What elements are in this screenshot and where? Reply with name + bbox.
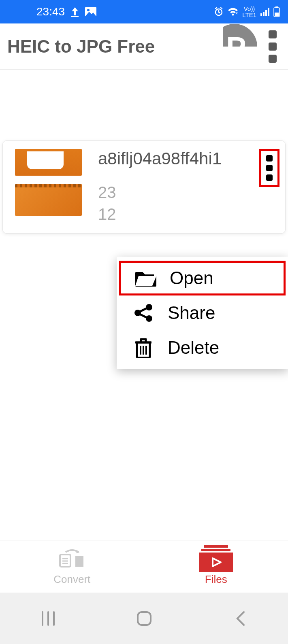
svg-rect-19 <box>204 545 228 548</box>
nav-home[interactable] <box>120 606 169 631</box>
convert-icon <box>55 547 89 570</box>
svg-point-15 <box>146 304 152 310</box>
network-label: Vo)) LTE1 <box>242 6 256 18</box>
battery-icon <box>273 6 280 17</box>
file-name: a8iflj04a98ff4hi1 <box>98 149 243 168</box>
wifi-icon <box>228 7 238 16</box>
menu-open[interactable]: Open <box>119 261 286 295</box>
svg-rect-21 <box>199 553 233 572</box>
upload-icon <box>70 6 79 17</box>
file-menu-button[interactable] <box>259 149 279 187</box>
svg-rect-4 <box>260 13 262 16</box>
status-bar: 23:43 Vo)) LTE1 <box>0 0 288 23</box>
file-card[interactable]: a8iflj04a98ff4hi1 23 12 <box>2 140 286 234</box>
app-menu-button[interactable] <box>265 30 281 63</box>
signal-icon <box>260 8 269 16</box>
nav-recents[interactable] <box>24 606 73 631</box>
menu-open-label: Open <box>170 268 213 288</box>
files-icon <box>199 547 233 570</box>
bottom-tabs: Convert Files <box>0 540 288 593</box>
nav-back[interactable] <box>216 606 265 631</box>
tab-convert[interactable]: Convert <box>0 540 144 593</box>
status-time: 23:43 <box>36 5 65 18</box>
android-nav-bar <box>0 593 288 644</box>
tab-files[interactable]: Files <box>144 540 288 593</box>
svg-rect-6 <box>265 10 267 16</box>
file-context-menu: Open Share Delete <box>117 257 288 369</box>
menu-delete[interactable]: Delete <box>117 330 288 365</box>
image-icon <box>85 7 96 17</box>
svg-point-3 <box>232 14 234 16</box>
tab-files-label: Files <box>205 573 227 586</box>
svg-rect-25 <box>138 612 151 625</box>
svg-rect-5 <box>263 12 265 16</box>
svg-rect-10 <box>275 13 279 16</box>
svg-rect-20 <box>201 549 230 551</box>
menu-share[interactable]: Share <box>117 295 288 330</box>
svg-rect-13 <box>212 24 223 69</box>
svg-text:P: P <box>226 31 246 64</box>
menu-share-label: Share <box>168 303 215 323</box>
svg-rect-7 <box>268 8 269 16</box>
p-badge-icon[interactable]: P <box>212 24 257 69</box>
tab-convert-label: Convert <box>53 573 90 586</box>
folder-open-icon <box>133 270 158 287</box>
app-title: HEIC to JPG Free <box>7 36 212 57</box>
svg-point-1 <box>87 9 90 11</box>
share-icon <box>131 303 156 323</box>
trash-icon <box>131 338 156 358</box>
alarm-icon <box>214 7 224 17</box>
app-header: HEIC to JPG Free P <box>0 23 288 70</box>
file-thumbnail <box>15 149 82 216</box>
svg-point-17 <box>146 315 152 322</box>
menu-delete-label: Delete <box>168 338 219 358</box>
file-meta: 23 12 <box>98 181 243 225</box>
